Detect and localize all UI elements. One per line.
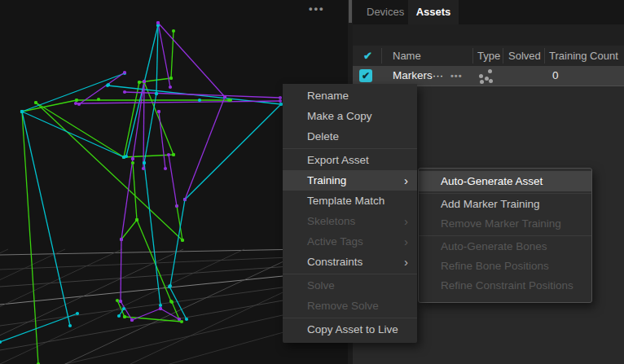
app-window: ••• Devices Assets ✔ Name Type Solved Tr… (0, 0, 624, 364)
menu-item-copy-asset-to-live[interactable]: Copy Asset to Live (283, 319, 417, 340)
training-count-value: 0 (552, 66, 559, 86)
panel-toolbar-area (353, 24, 624, 46)
menu-separator (283, 274, 417, 274)
tab-devices[interactable]: Devices (353, 0, 408, 24)
training-submenu: Auto-Generate Asset Add Marker Training … (418, 168, 592, 303)
row-checkbox[interactable]: ✔ (359, 69, 372, 82)
menu-item-solve: Solve (283, 275, 417, 296)
menu-item-label: Constraints (307, 256, 363, 268)
menu-item-template-match[interactable]: Template Match (283, 191, 417, 211)
menu-separator (283, 148, 417, 149)
menu-item-auto-generate-asset[interactable]: Auto-Generate Asset (419, 171, 591, 191)
menu-item-remove-marker-training: Remove Marker Training (419, 214, 591, 234)
marker-cluster-icon (479, 69, 494, 83)
menu-item-add-marker-training[interactable]: Add Marker Training (419, 195, 591, 214)
menu-item-skeletons: Skeletons › (283, 211, 417, 231)
column-header-type[interactable]: Type (477, 46, 500, 66)
tab-assets[interactable]: Assets (408, 0, 459, 24)
submenu-arrow-icon: › (404, 211, 408, 231)
submenu-arrow-icon: › (404, 252, 408, 272)
menu-item-rename[interactable]: Rename (283, 86, 417, 106)
menu-separator (419, 235, 591, 236)
submenu-arrow-icon: › (404, 231, 408, 252)
menu-item-training[interactable]: Training › (283, 170, 417, 191)
header-divider (503, 48, 503, 64)
menu-item-auto-generate-bones: Auto-Generate Bones (419, 237, 591, 257)
menu-item-refine-constraint-positions: Refine Constraint Positions (419, 276, 591, 296)
menu-separator (419, 193, 591, 194)
menu-item-label: Training (307, 174, 346, 186)
menu-item-export-asset[interactable]: Export Asset (283, 150, 417, 170)
menu-item-refine-bone-positions: Refine Bone Positions (419, 257, 591, 276)
menu-item-make-a-copy[interactable]: Make a Copy (283, 106, 417, 126)
column-header-name[interactable]: Name (393, 46, 421, 66)
panel-tabbar: Devices Assets (353, 0, 624, 24)
menu-item-active-tags: Active Tags › (283, 231, 417, 252)
header-divider (544, 48, 545, 64)
asset-context-menu: Rename Make a Copy Delete Export Asset T… (283, 84, 417, 343)
header-divider (472, 48, 473, 64)
menu-item-remove-solve: Remove Solve (283, 296, 417, 316)
row-options-icon[interactable]: ••• (450, 66, 463, 86)
menu-separator (283, 318, 417, 318)
column-header-training-count[interactable]: Training Count (549, 46, 618, 66)
menu-item-label: Active Tags (307, 235, 363, 248)
assets-table-header: ✔ Name Type Solved Training Count (353, 46, 624, 66)
submenu-arrow-icon: › (404, 170, 408, 191)
asset-name: Markers··· (393, 66, 443, 86)
viewport-options-icon[interactable]: ••• (309, 2, 325, 15)
header-divider (381, 48, 382, 64)
column-header-solved[interactable]: Solved (508, 46, 541, 66)
panel-splitter-handle[interactable] (349, 0, 352, 23)
menu-item-constraints[interactable]: Constraints › (283, 252, 417, 272)
menu-item-delete[interactable]: Delete (283, 126, 417, 147)
table-row[interactable]: ✔ Markers··· ••• 0 (353, 66, 624, 86)
select-all-check-icon[interactable]: ✔ (363, 46, 372, 66)
menu-item-label: Skeletons (307, 215, 355, 227)
